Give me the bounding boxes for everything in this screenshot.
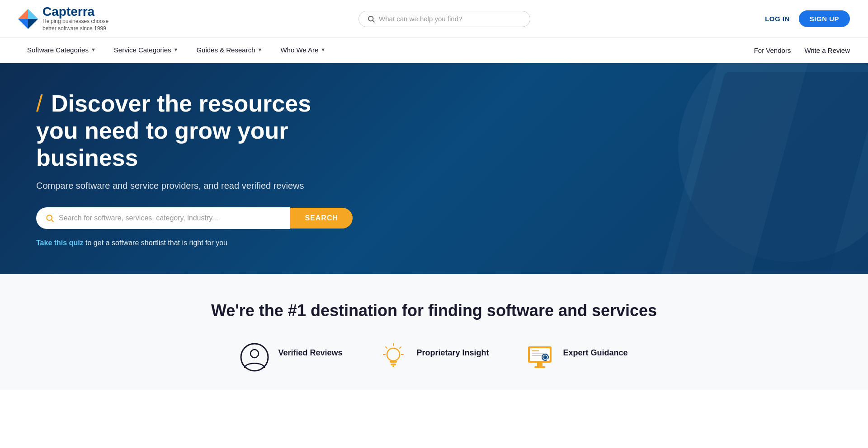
nav-label-who-we-are: Who We Are <box>280 46 318 54</box>
nav-write-review[interactable]: Write a Review <box>804 47 850 54</box>
hero-title-text: Discover the resources you need to grow … <box>36 90 311 171</box>
features-row: Verified Reviews <box>18 343 850 372</box>
hero-search-box[interactable] <box>36 207 290 229</box>
svg-rect-22 <box>534 366 545 368</box>
svg-line-17 <box>386 347 387 348</box>
svg-point-10 <box>387 348 400 361</box>
chevron-down-icon: ▼ <box>321 47 326 52</box>
hero-quiz-text: Take this quiz to get a software shortli… <box>36 239 353 247</box>
header-actions: LOG IN SIGN UP <box>765 10 850 27</box>
hero-search-row: SEARCH <box>36 207 353 229</box>
feature-proprietary-insight: Proprietary Insight <box>379 343 489 372</box>
nav-item-software-categories[interactable]: Software Categories ▼ <box>18 38 105 63</box>
nav-right: For Vendors Write a Review <box>754 47 850 54</box>
svg-rect-11 <box>390 361 397 363</box>
nav-item-service-categories[interactable]: Service Categories ▼ <box>105 38 188 63</box>
hero-slash: / <box>36 90 42 117</box>
svg-point-9 <box>250 350 259 358</box>
svg-marker-3 <box>28 9 38 19</box>
header-search-input[interactable] <box>379 15 522 23</box>
svg-line-5 <box>373 20 374 22</box>
header-search-icon <box>367 15 375 23</box>
feature-insight-label: Proprietary Insight <box>417 343 489 358</box>
nav-item-guides-research[interactable]: Guides & Research ▼ <box>187 38 271 63</box>
logo-text-group: Capterra Helping businesses choose bette… <box>42 5 124 32</box>
hero-decoration <box>477 63 868 274</box>
hero-search-button[interactable]: SEARCH <box>290 208 353 229</box>
nav-label-guides-research: Guides & Research <box>196 46 255 54</box>
svg-rect-25 <box>532 355 542 356</box>
svg-rect-23 <box>532 350 539 351</box>
svg-marker-1 <box>18 19 28 29</box>
signup-button[interactable]: SIGN UP <box>799 10 850 27</box>
guidance-icon <box>525 343 554 372</box>
below-hero-section: We're the #1 destination for finding sof… <box>0 274 868 390</box>
nav-label-software-categories: Software Categories <box>27 46 89 54</box>
reviews-icon <box>240 343 269 372</box>
chevron-down-icon: ▼ <box>174 47 179 52</box>
logo-tagline: Helping businesses choose better softwar… <box>42 18 124 32</box>
svg-line-7 <box>52 219 54 222</box>
svg-rect-24 <box>532 353 544 354</box>
below-hero-title: We're the #1 destination for finding sof… <box>18 301 850 320</box>
hero-title: / Discover the resources you need to gro… <box>36 90 353 171</box>
header-search-area <box>135 11 754 27</box>
svg-point-4 <box>368 16 373 21</box>
svg-rect-12 <box>391 364 396 365</box>
hero-section: / Discover the resources you need to gro… <box>0 63 868 274</box>
main-nav: Software Categories ▼ Service Categories… <box>0 38 868 63</box>
hero-search-input[interactable] <box>59 214 281 222</box>
svg-marker-2 <box>28 19 38 29</box>
nav-left: Software Categories ▼ Service Categories… <box>18 38 754 63</box>
svg-point-18 <box>392 365 394 367</box>
header-search-box[interactable] <box>359 11 530 27</box>
login-button[interactable]: LOG IN <box>765 15 790 23</box>
svg-line-16 <box>400 347 401 348</box>
nav-label-service-categories: Service Categories <box>114 46 171 54</box>
feature-reviews-label: Verified Reviews <box>278 343 342 358</box>
header: Capterra Helping businesses choose bette… <box>0 0 868 38</box>
logo-name: Capterra <box>42 5 124 18</box>
feature-expert-guidance: Expert Guidance <box>525 343 628 372</box>
logo-link[interactable]: Capterra Helping businesses choose bette… <box>18 5 124 32</box>
feature-guidance-label: Expert Guidance <box>563 343 628 358</box>
chevron-down-icon: ▼ <box>258 47 263 52</box>
nav-for-vendors[interactable]: For Vendors <box>754 47 791 54</box>
nav-item-who-we-are[interactable]: Who We Are ▼ <box>271 38 335 63</box>
insight-icon <box>379 343 408 372</box>
svg-point-6 <box>47 215 52 220</box>
capterra-logo-icon <box>18 9 38 29</box>
hero-quiz-link[interactable]: Take this quiz <box>36 239 84 247</box>
hero-content: / Discover the resources you need to gro… <box>36 90 353 247</box>
hero-search-icon <box>45 214 54 223</box>
hero-quiz-suffix: to get a software shortlist that is righ… <box>84 239 227 247</box>
hero-subtitle: Compare software and service providers, … <box>36 181 353 191</box>
chevron-down-icon: ▼ <box>91 47 96 52</box>
svg-rect-21 <box>537 363 542 366</box>
feature-verified-reviews: Verified Reviews <box>240 343 342 372</box>
